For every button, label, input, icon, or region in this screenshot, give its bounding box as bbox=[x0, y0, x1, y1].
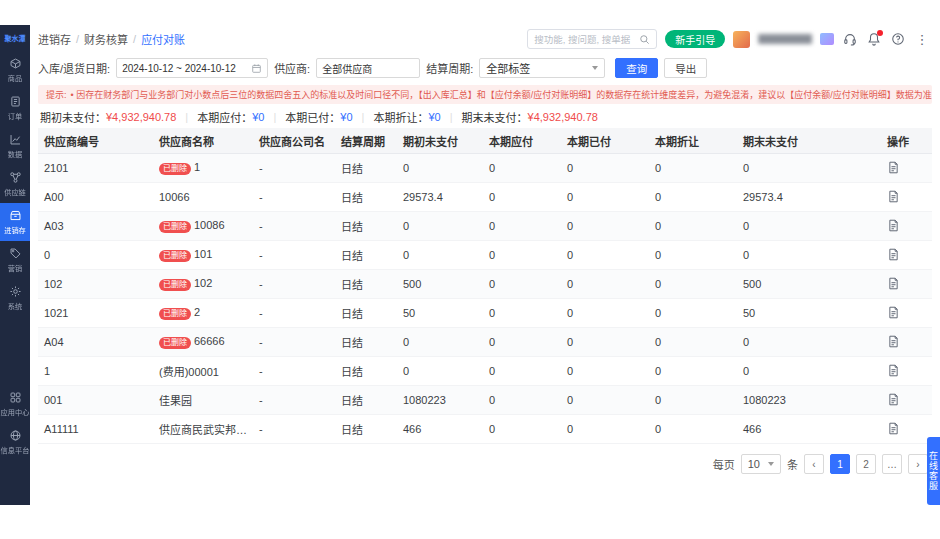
supplier-code-cell: 102 bbox=[38, 278, 153, 290]
column-header-1[interactable]: 供应商名称 bbox=[153, 133, 253, 149]
statement-icon[interactable] bbox=[887, 248, 900, 261]
amount-cell: 0 bbox=[561, 220, 649, 232]
sidebar-item-marketing[interactable]: 营销 bbox=[0, 241, 30, 279]
statement-icon[interactable] bbox=[887, 190, 900, 203]
supplier-code-cell: 1 bbox=[38, 365, 153, 377]
amount-cell: 0 bbox=[737, 249, 881, 261]
supplier-input[interactable] bbox=[322, 63, 414, 74]
statement-icon[interactable] bbox=[887, 335, 900, 348]
amount-cell: 0 bbox=[483, 394, 561, 406]
statement-icon[interactable] bbox=[887, 161, 900, 174]
export-button[interactable]: 导出 bbox=[664, 58, 707, 78]
breadcrumb-item[interactable]: 应付对账 bbox=[141, 31, 185, 47]
bell-icon[interactable] bbox=[866, 31, 882, 47]
sidebar-item-system[interactable]: 系统 bbox=[0, 279, 30, 317]
deleted-badge: 已删除 bbox=[159, 221, 191, 233]
sidebar-bottom-nav: 应用中心信息平台 bbox=[0, 385, 30, 505]
supplier-name-cell: 10066 bbox=[153, 191, 253, 203]
sidebar-item-app-center[interactable]: 应用中心 bbox=[0, 385, 30, 423]
summary-label: 期初未支付： bbox=[40, 109, 106, 125]
statement-icon[interactable] bbox=[887, 277, 900, 290]
date-range-label: 入库/退货日期: bbox=[38, 60, 110, 76]
more-pages-button[interactable]: … bbox=[882, 454, 902, 474]
date-range-input[interactable] bbox=[122, 63, 251, 74]
main-content: 进销存/财务核算/应付对账 新手引导 ██████████ ⋮ bbox=[30, 25, 940, 505]
statement-icon[interactable] bbox=[887, 393, 900, 406]
date-range-picker[interactable] bbox=[116, 58, 268, 78]
sidebar-item-info-platform[interactable]: 信息平台 bbox=[0, 423, 30, 461]
amount-cell: 0 bbox=[649, 191, 737, 203]
summary-separator: | bbox=[273, 111, 276, 123]
column-header-5[interactable]: 本期应付 bbox=[483, 133, 561, 149]
supplier-code-cell: A11111 bbox=[38, 423, 153, 435]
sidebar-item-label: 信息平台 bbox=[1, 445, 30, 455]
table-row: 0已删除101-日结00000 bbox=[38, 241, 932, 270]
supplier-name-cell: 供应商民武实邦2333 bbox=[153, 421, 253, 437]
help-icon[interactable] bbox=[890, 31, 906, 47]
sidebar-item-label: 数据 bbox=[8, 149, 22, 159]
supplier-filter[interactable] bbox=[316, 58, 420, 78]
supplier-company-cell: - bbox=[253, 365, 335, 377]
amount-cell: 0 bbox=[561, 365, 649, 377]
page-button-1[interactable]: 1 bbox=[830, 454, 850, 474]
page-size-select[interactable]: 10 bbox=[741, 454, 781, 474]
column-header-8[interactable]: 期末未支付 bbox=[737, 133, 881, 149]
cycle-select-value: 全部标签 bbox=[486, 60, 530, 76]
table-header-row: 供应商编号供应商名称供应商公司名结算周期期初未支付本期应付本期已付本期折让期末未… bbox=[38, 128, 932, 154]
column-header-0[interactable]: 供应商编号 bbox=[38, 133, 153, 149]
sidebar-item-supply-chain[interactable]: 供应链 bbox=[0, 165, 30, 203]
column-header-6[interactable]: 本期已付 bbox=[561, 133, 649, 149]
more-icon[interactable]: ⋮ bbox=[914, 31, 930, 47]
column-header-2[interactable]: 供应商公司名 bbox=[253, 133, 335, 149]
next-page-button[interactable]: › bbox=[908, 454, 928, 474]
app-logo[interactable]: 聚水潭 bbox=[5, 25, 26, 51]
global-search[interactable] bbox=[527, 29, 657, 49]
globe-icon bbox=[9, 429, 22, 442]
supplier-name-cell: 已删除66666 bbox=[153, 335, 253, 349]
cycle-select[interactable]: 全部标签 bbox=[479, 58, 605, 78]
summary-label: 本期折让： bbox=[373, 109, 428, 125]
search-icon[interactable] bbox=[639, 34, 650, 45]
amount-cell: 0 bbox=[561, 336, 649, 348]
notification-badge bbox=[877, 30, 883, 36]
breadcrumb-item[interactable]: 进销存 bbox=[38, 31, 71, 47]
summary-separator: | bbox=[450, 111, 453, 123]
sidebar-item-goods[interactable]: 商品 bbox=[0, 51, 30, 89]
amount-cell: 0 bbox=[649, 162, 737, 174]
statement-icon[interactable] bbox=[887, 219, 900, 232]
global-search-input[interactable] bbox=[534, 34, 639, 45]
statement-icon[interactable] bbox=[887, 422, 900, 435]
amount-cell: 0 bbox=[483, 278, 561, 290]
summary-value: ¥0 bbox=[252, 111, 264, 123]
sidebar-item-inventory[interactable]: 进销存 bbox=[0, 203, 30, 241]
query-button[interactable]: 查询 bbox=[615, 58, 658, 78]
sidebar-item-label: 营销 bbox=[8, 263, 22, 273]
sidebar-item-label: 系统 bbox=[8, 301, 22, 311]
statement-icon[interactable] bbox=[887, 306, 900, 319]
summary-item: 本期应付：¥0 bbox=[197, 109, 264, 125]
prev-page-button[interactable]: ‹ bbox=[804, 454, 824, 474]
amount-cell: 0 bbox=[561, 278, 649, 290]
avatar[interactable] bbox=[733, 31, 750, 48]
statement-icon[interactable] bbox=[887, 364, 900, 377]
column-header-4[interactable]: 期初未支付 bbox=[397, 133, 483, 149]
amount-cell: 0 bbox=[397, 220, 483, 232]
sidebar-item-orders[interactable]: 订单 bbox=[0, 89, 30, 127]
supplier-company-cell: - bbox=[253, 162, 335, 174]
summary-label: 本期应付： bbox=[197, 109, 252, 125]
amount-cell: 0 bbox=[649, 336, 737, 348]
column-header-9[interactable]: 操作 bbox=[881, 133, 932, 149]
amount-cell: 50 bbox=[737, 307, 881, 319]
supplier-name-cell: 已删除10086 bbox=[153, 219, 253, 233]
breadcrumb-item[interactable]: 财务核算 bbox=[84, 31, 128, 47]
guide-button[interactable]: 新手引导 bbox=[665, 30, 725, 48]
column-header-7[interactable]: 本期折让 bbox=[649, 133, 737, 149]
page-button-2[interactable]: 2 bbox=[856, 454, 876, 474]
per-page-label: 每页 bbox=[713, 456, 735, 472]
column-header-3[interactable]: 结算周期 bbox=[335, 133, 397, 149]
supplier-name-cell: (费用)00001 bbox=[153, 363, 253, 379]
sidebar-item-data[interactable]: 数据 bbox=[0, 127, 30, 165]
supplier-code-cell: 1021 bbox=[38, 307, 153, 319]
headset-icon[interactable] bbox=[842, 31, 858, 47]
online-service-ribbon[interactable]: 在线客服 bbox=[927, 437, 940, 505]
